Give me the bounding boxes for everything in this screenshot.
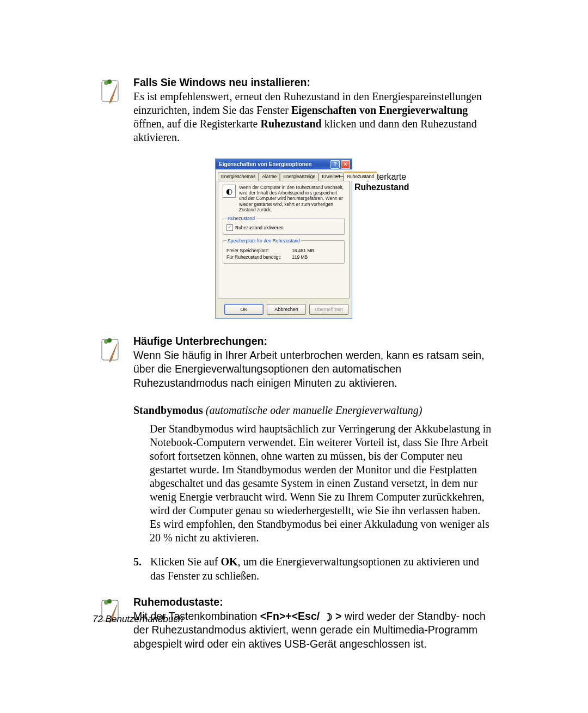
tabpanel-ruhezustand: ◐ Wenn der Computer in den Ruhezustand w… xyxy=(218,181,350,298)
value-required-space: 119 MB xyxy=(292,254,308,260)
shortcut-text-end: > xyxy=(333,610,342,622)
tabstrip: Energieschemas Alarme Energieanzeige Erw… xyxy=(216,169,352,181)
text: Klicken Sie auf xyxy=(150,556,220,568)
svg-point-8 xyxy=(107,599,112,604)
group-legend: Speicherplatz für den Ruhezustand xyxy=(226,238,301,243)
help-button[interactable]: ? xyxy=(330,160,340,169)
subhead-standby: Standbymodus (automatische oder manuelle… xyxy=(133,404,493,417)
text: öffnen, auf die Registerkarte xyxy=(133,118,260,130)
apply-button[interactable]: Übernehmen xyxy=(309,304,348,315)
dialog-container: Eigenschaften von Energieoptionen ? × En… xyxy=(215,159,354,319)
dialog-button-row: OK Abbrechen Übernehmen xyxy=(216,301,352,318)
note-reinstall: Falls Sie Windows neu installieren: Es i… xyxy=(133,76,493,144)
note-body: Es ist empfehlenswert, erneut den Ruhezu… xyxy=(133,90,493,144)
page-number: 72 xyxy=(93,614,103,624)
note-icon xyxy=(99,336,122,367)
step-number: 5. xyxy=(133,554,142,583)
note-icon xyxy=(99,77,122,108)
energy-options-dialog: Eigenschaften von Energieoptionen ? × En… xyxy=(215,159,352,319)
checkbox-label: Ruhezustand aktivieren xyxy=(235,225,284,230)
group-legend: Ruhezustand xyxy=(226,216,256,221)
callout-line2: Ruhezustand xyxy=(354,182,409,192)
note-title: Häufige Unterbrechungen: xyxy=(133,335,493,348)
subhead-em: (automatische oder manuelle Energieverwa… xyxy=(203,404,422,416)
shortcut-text: <Fn>+<Esc/ xyxy=(260,610,323,622)
groupbox-diskspace: Speicherplatz für den Ruhezustand Freier… xyxy=(223,238,345,264)
tab-energieschemas[interactable]: Energieschemas xyxy=(218,172,259,181)
note-sleepkey: Ruhemodustaste: Mit der Tastenkombinatio… xyxy=(133,596,493,651)
strong-text: Ruhezustand xyxy=(260,118,321,130)
strong-text: Eigenschaften von Energieverwaltung xyxy=(291,104,468,116)
note-body: Mit der Tastenkombination <Fn>+<Esc/ ☽ >… xyxy=(133,610,493,651)
note-interrupts: Häufige Unterbrechungen: Wenn Sie häufig… xyxy=(133,335,493,390)
strong-text: OK xyxy=(220,556,237,568)
label-required-space: Für Ruhezustand benötigt: xyxy=(226,254,286,260)
subhead-strong: Standbymodus xyxy=(133,404,203,416)
tab-ruhezustand[interactable]: Ruhezustand xyxy=(344,172,377,181)
description-text: Wenn der Computer in den Ruhezustand wec… xyxy=(239,185,345,212)
cancel-button[interactable]: Abbrechen xyxy=(267,304,306,315)
tab-erweitert[interactable]: Erweitert xyxy=(318,172,344,181)
window-title: Eigenschaften von Energieoptionen xyxy=(219,161,312,167)
note-body: Wenn Sie häufig in Ihrer Arbeit unterbro… xyxy=(133,349,493,390)
standby-paragraph: Der Standbymodus wird hauptsächlich zur … xyxy=(150,422,493,545)
value-free-space: 16.481 MB xyxy=(292,248,314,253)
titlebar[interactable]: Eigenschaften von Energieoptionen ? × xyxy=(216,159,352,169)
step-text: Klicken Sie auf OK, um die Energieverwal… xyxy=(150,554,493,583)
label-free-space: Freier Speicherplatz: xyxy=(226,248,286,253)
footer-label: Benutzerhandbuch xyxy=(103,614,183,624)
hibernate-icon: ◐ xyxy=(223,185,236,198)
tab-alarme[interactable]: Alarme xyxy=(259,172,280,181)
note-title: Ruhemodustaste: xyxy=(133,596,493,608)
enable-hibernate-checkbox[interactable]: ✓ xyxy=(226,224,233,231)
svg-point-2 xyxy=(107,80,112,84)
step-5: 5. Klicken Sie auf OK, um die Energiever… xyxy=(133,554,493,583)
note-title: Falls Sie Windows neu installieren: xyxy=(133,76,493,89)
tab-energieanzeige[interactable]: Energieanzeige xyxy=(280,172,318,181)
svg-point-5 xyxy=(107,338,112,343)
close-button[interactable]: × xyxy=(341,160,350,169)
page-footer: 72 Benutzerhandbuch xyxy=(93,614,183,625)
ok-button[interactable]: OK xyxy=(224,304,264,315)
moon-icon: ☽ xyxy=(323,611,333,624)
groupbox-ruhezustand: Ruhezustand ✓ Ruhezustand aktivieren xyxy=(223,216,345,235)
